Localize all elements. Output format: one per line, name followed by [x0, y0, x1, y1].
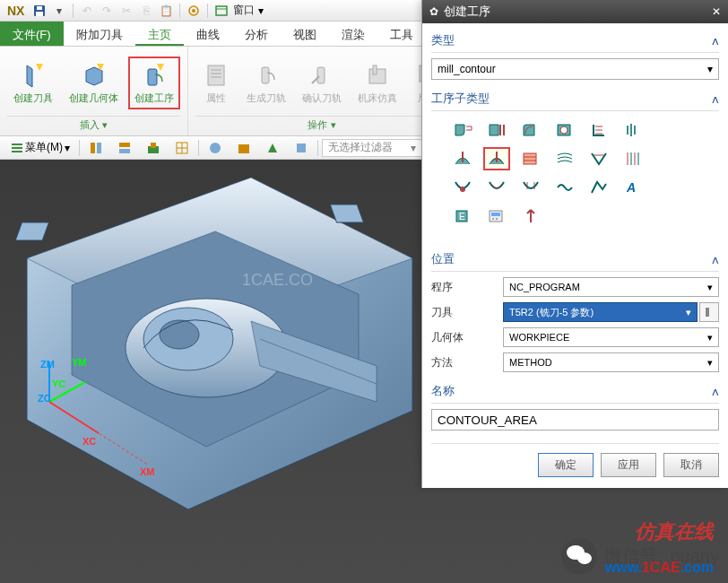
chevron-down-icon: ▾: [707, 357, 713, 369]
paste-icon[interactable]: 📋: [158, 3, 174, 19]
menu-file[interactable]: 文件(F): [0, 22, 64, 46]
copy-icon[interactable]: ⎘: [138, 3, 154, 19]
create-op-button[interactable]: 创建工序: [128, 57, 180, 109]
machine-sim-icon: [363, 61, 392, 90]
redo-icon[interactable]: ↷: [99, 3, 115, 19]
program-combo[interactable]: NC_PROGRAM▾: [503, 277, 719, 297]
section-type-header[interactable]: 类型 ʌ: [431, 29, 719, 53]
watermark-url: www.1CAE.com: [605, 560, 714, 576]
svg-rect-13: [317, 67, 325, 83]
close-icon[interactable]: ✕: [712, 5, 721, 18]
touch-icon[interactable]: [186, 3, 202, 19]
view-icon-2[interactable]: [112, 139, 137, 157]
tool-combo[interactable]: T5R2 (铣刀-5 参数)▾: [503, 302, 698, 322]
subtype-fixed-axis-icon[interactable]: [517, 204, 544, 228]
svg-rect-15: [373, 65, 377, 74]
create-geom-button[interactable]: 创建几何体: [63, 57, 125, 109]
subtype-flowcut-smooth-icon[interactable]: [551, 176, 578, 199]
mid-watermark: 1CAE.CO: [242, 271, 313, 289]
menu-tools[interactable]: 工具: [377, 22, 426, 46]
tool-icon-6[interactable]: [231, 139, 256, 157]
svg-point-58: [460, 187, 465, 192]
method-combo[interactable]: METHOD▾: [503, 352, 719, 372]
app-logo: NX: [4, 4, 28, 18]
subtype-streamline-icon[interactable]: [551, 147, 578, 170]
gear-icon: ✿: [429, 5, 438, 18]
subtype-plunge-mill-icon[interactable]: [483, 118, 510, 142]
tool-icon-5[interactable]: [203, 139, 228, 157]
menu-curve[interactable]: 曲线: [184, 22, 232, 46]
svg-point-44: [560, 126, 568, 134]
dropdown-icon[interactable]: ▾: [51, 3, 67, 19]
svg-text:E: E: [459, 212, 465, 222]
window-combo[interactable]: 窗口: [233, 3, 255, 18]
ok-button[interactable]: 确定: [538, 453, 594, 477]
tool-icon-7[interactable]: [260, 139, 285, 157]
collapse-icon: ʌ: [712, 34, 719, 48]
apply-button[interactable]: 应用: [601, 453, 656, 477]
tool-extra-button[interactable]: [699, 302, 719, 322]
separator: [79, 140, 80, 156]
view-icon-3[interactable]: [141, 139, 166, 157]
svg-point-66: [492, 218, 494, 220]
axis-xc: XC: [82, 436, 96, 447]
name-input[interactable]: [431, 409, 719, 431]
menu-attach-tool[interactable]: 附加刀具: [64, 22, 135, 46]
subtype-contour-nonsteep-icon[interactable]: [585, 147, 612, 170]
menu-home[interactable]: 主页: [135, 22, 184, 46]
menu-render[interactable]: 渲染: [329, 22, 377, 46]
view-icon-4[interactable]: [169, 139, 195, 157]
geom-combo[interactable]: WORKPIECE▾: [503, 327, 719, 347]
section-subtype-header[interactable]: 工序子类型 ʌ: [431, 87, 719, 111]
subtype-zlevel-corner-icon[interactable]: [620, 118, 646, 142]
section-name-header[interactable]: 名称 ʌ: [431, 379, 719, 404]
subtype-rest-mill-icon[interactable]: [551, 118, 578, 142]
part-model: 1CAE.CO: [0, 160, 421, 518]
subtype-mill-control-icon[interactable]: [483, 204, 510, 228]
save-icon[interactable]: [31, 3, 48, 19]
selection-filter-combo[interactable]: 无选择过滤器▾: [322, 139, 422, 157]
subtype-fixed-contour-icon[interactable]: [449, 147, 476, 170]
section-location-header[interactable]: 位置 ʌ: [431, 248, 719, 272]
subtype-contour-surface-icon[interactable]: [517, 147, 544, 170]
verify-path-button[interactable]: 确认刀轨: [296, 57, 348, 109]
subtype-contour-text-icon[interactable]: A: [620, 176, 646, 199]
svg-rect-24: [119, 149, 130, 153]
subtype-contour-area-icon[interactable]: [483, 147, 510, 170]
type-combo[interactable]: mill_contour ▾: [431, 58, 719, 80]
gen-path-button[interactable]: 生成刀轨: [240, 57, 292, 109]
menu-analysis[interactable]: 分析: [232, 22, 281, 46]
create-op-label: 创建工序: [134, 91, 174, 105]
subtype-cavity-mill-icon[interactable]: [449, 118, 476, 142]
separator: [179, 4, 180, 18]
axis-ym: YM: [72, 357, 87, 368]
svg-rect-12: [262, 67, 269, 83]
menu-dropdown-button[interactable]: 菜单(M) ▾: [5, 138, 75, 157]
subtype-zlevel-profile-icon[interactable]: [585, 118, 612, 142]
subtype-flowcut-ref-icon[interactable]: [517, 176, 544, 199]
subtype-corner-rough-icon[interactable]: [517, 118, 544, 142]
dropdown-icon[interactable]: ▾: [258, 4, 264, 17]
cut-icon[interactable]: ✂: [118, 3, 134, 19]
create-op-icon: [140, 61, 169, 90]
properties-button[interactable]: 属性: [195, 57, 237, 109]
create-tool-button[interactable]: 创建刀具: [7, 57, 59, 109]
cancel-button[interactable]: 取消: [663, 453, 719, 477]
view-icon-1[interactable]: [83, 139, 108, 157]
undo-icon[interactable]: ↶: [79, 3, 95, 19]
subtype-profile-3d-icon[interactable]: [585, 176, 612, 199]
create-tool-label: 创建刀具: [13, 91, 53, 105]
subtype-flowcut-single-icon[interactable]: [449, 176, 476, 199]
subtype-flowcut-multiple-icon[interactable]: [483, 176, 510, 199]
chevron-down-icon: ▾: [707, 63, 713, 75]
chevron-down-icon: ▾: [707, 282, 713, 293]
machine-sim-button[interactable]: 机床仿真: [351, 57, 403, 109]
menu-view[interactable]: 视图: [281, 22, 329, 46]
svg-text:A: A: [626, 180, 636, 195]
tool-icon-8[interactable]: [289, 139, 314, 157]
properties-label: 属性: [206, 91, 226, 105]
subtype-contour-steep-icon[interactable]: [620, 147, 646, 170]
subtype-mill-user-icon[interactable]: E: [449, 204, 476, 228]
separator: [317, 140, 318, 156]
window-icon[interactable]: [213, 3, 230, 19]
